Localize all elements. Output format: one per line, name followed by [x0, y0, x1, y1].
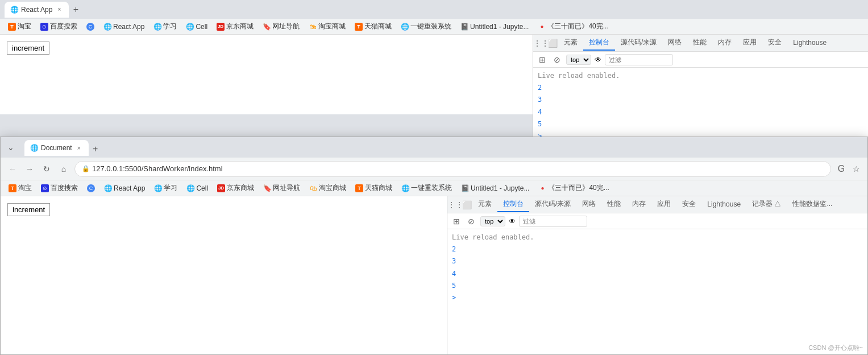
devtools-inspect-icon[interactable]: ⬜: [547, 38, 558, 49]
top-browser-window: 🌐 React App × + T 淘宝 ⊙ 百度搜索 C 🌐 React Ap…: [0, 0, 868, 137]
top-devtools-toolbar: ⊞ ⊘ top 👁: [533, 52, 868, 68]
devtools-tab-elements[interactable]: 元素: [558, 35, 583, 51]
fav-learn-icon: 🌐: [153, 23, 161, 31]
bm-tv[interactable]: ● 《三十而已》40完...: [534, 20, 612, 32]
top-page-content: increment ⋮⋮ ⬜ 元素 控制台 源代码/来源 网络 性能 内存 应用…: [0, 35, 868, 114]
fav-taobao2-icon: 🛍: [309, 23, 317, 31]
console-line-5-top: 5: [538, 118, 863, 130]
top-active-tab[interactable]: 🌐 React App ×: [5, 2, 69, 18]
devtools-tab-app[interactable]: 应用: [737, 35, 762, 51]
fav-reinstall-icon: 🌐: [401, 23, 409, 31]
fav-react-icon: 🌐: [103, 23, 111, 31]
devtools-eye-icon[interactable]: 👁: [595, 56, 601, 64]
bm-c[interactable]: C: [83, 22, 98, 32]
bm-learn[interactable]: 🌐 学习: [150, 20, 180, 32]
devtools-grid-icon[interactable]: ⊞: [537, 54, 548, 65]
bm-cell[interactable]: 🌐 Cell: [182, 22, 211, 32]
top-increment-button[interactable]: increment: [7, 42, 49, 55]
bm-baidu[interactable]: ⊙ 百度搜索: [37, 20, 81, 32]
fav-tianmao-icon: T: [355, 23, 363, 31]
devtools-tab-memory[interactable]: 内存: [712, 35, 737, 51]
top-tab-favicon: 🌐: [10, 6, 18, 14]
console-line-2-top: 2: [538, 82, 863, 94]
top-devtools-tabs: ⋮⋮ ⬜ 元素 控制台 源代码/来源 网络 性能 内存 应用 安全 Lighth…: [533, 35, 868, 52]
devtools-dock-icon[interactable]: ⋮⋮: [535, 38, 547, 49]
bm-reactapp[interactable]: 🌐 React App: [100, 22, 148, 32]
bm-reinstall[interactable]: 🌐 一键重装系统: [397, 20, 455, 32]
bm-jd[interactable]: JD 京东商城: [213, 20, 257, 32]
devtools-tab-security[interactable]: 安全: [762, 35, 787, 51]
fav-taobao-icon: T: [8, 23, 16, 31]
top-tab-close[interactable]: ×: [55, 6, 63, 14]
devtools-tab-console-top[interactable]: 控制台: [583, 35, 615, 51]
devtools-tab-sources[interactable]: 源代码/来源: [615, 35, 662, 51]
bm-taobao2[interactable]: 🛍 淘宝商城: [305, 20, 349, 32]
devtools-tab-perf[interactable]: 性能: [687, 35, 712, 51]
console-line-prompt-top[interactable]: >: [538, 130, 863, 137]
top-filter-input[interactable]: [605, 54, 673, 65]
bm-nav[interactable]: 🔖 网址导航: [259, 20, 303, 32]
top-bookmarks-bar: T 淘宝 ⊙ 百度搜索 C 🌐 React App 🌐 学习 🌐 Cell JD…: [0, 19, 868, 35]
fav-jupyter-icon: 📓: [460, 23, 468, 31]
console-line-reload-top: Live reload enabled.: [538, 70, 863, 82]
devtools-tab-lighthouse[interactable]: Lighthouse: [787, 36, 832, 50]
console-line-4-top: 4: [538, 106, 863, 118]
fav-nav-icon: 🔖: [263, 23, 271, 31]
bm-jupyter[interactable]: 📓 Untitled1 - Jupyte...: [457, 22, 532, 32]
top-tab-label: React App: [21, 6, 52, 14]
bm-tianmao[interactable]: T 天猫商城: [351, 20, 395, 32]
console-line-3-top: 3: [538, 94, 863, 106]
fav-jd-icon: JD: [217, 23, 225, 31]
bm-taobao[interactable]: T 淘宝: [5, 20, 35, 32]
top-tab-bar: 🌐 React App × +: [0, 0, 868, 19]
devtools-block-icon[interactable]: ⊘: [551, 54, 563, 65]
top-tab-add[interactable]: +: [69, 3, 82, 16]
top-devtools-panel: ⋮⋮ ⬜ 元素 控制台 源代码/来源 网络 性能 内存 应用 安全 Lighth…: [533, 35, 868, 137]
devtools-context-select[interactable]: top: [566, 55, 591, 65]
fav-tv-icon: ●: [538, 23, 546, 31]
fav-cell-icon: 🌐: [186, 23, 194, 31]
devtools-tab-network[interactable]: 网络: [662, 35, 687, 51]
fav-chromium-icon: C: [86, 23, 94, 31]
top-console-output: Live reload enabled. 2 3 4 5 >: [533, 68, 868, 137]
fav-baidu-icon: ⊙: [40, 23, 48, 31]
